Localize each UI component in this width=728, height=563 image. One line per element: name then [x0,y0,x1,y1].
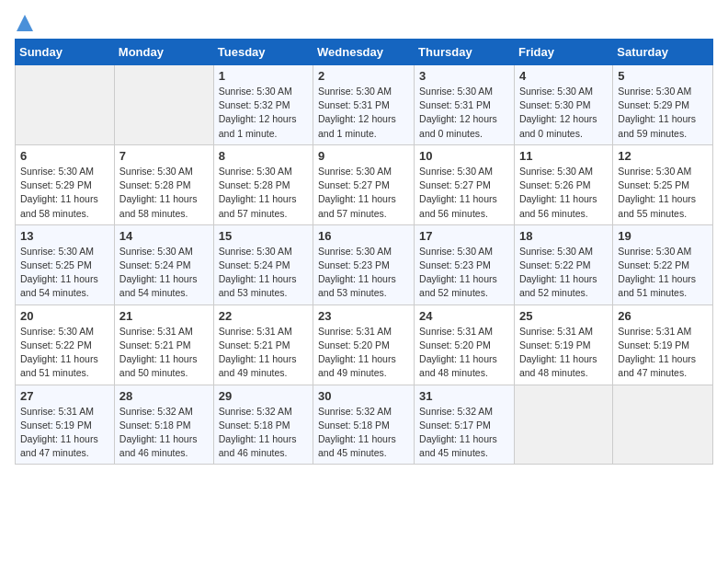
day-number: 21 [119,309,209,323]
day-number: 26 [618,309,708,323]
day-detail: Sunrise: 5:31 AM Sunset: 5:19 PM Dayligh… [20,405,109,461]
day-number: 19 [618,229,708,243]
day-number: 29 [219,389,308,403]
day-detail: Sunrise: 5:32 AM Sunset: 5:17 PM Dayligh… [419,405,509,461]
day-number: 7 [119,149,209,163]
day-number: 11 [519,149,608,163]
day-number: 12 [618,149,708,163]
day-detail: Sunrise: 5:30 AM Sunset: 5:25 PM Dayligh… [618,165,708,221]
calendar-cell: 31Sunrise: 5:32 AM Sunset: 5:17 PM Dayli… [415,385,515,465]
calendar-cell: 28Sunrise: 5:32 AM Sunset: 5:18 PM Dayli… [114,385,213,465]
calendar-cell: 20Sunrise: 5:30 AM Sunset: 5:22 PM Dayli… [16,304,115,385]
calendar-cell: 8Sunrise: 5:30 AM Sunset: 5:28 PM Daylig… [213,144,313,224]
day-number: 4 [519,69,608,83]
calendar-cell: 7Sunrise: 5:30 AM Sunset: 5:28 PM Daylig… [114,144,213,224]
day-number: 9 [318,149,409,163]
day-detail: Sunrise: 5:31 AM Sunset: 5:20 PM Dayligh… [318,325,409,381]
calendar-cell: 1Sunrise: 5:30 AM Sunset: 5:32 PM Daylig… [213,65,313,145]
calendar-cell: 10Sunrise: 5:30 AM Sunset: 5:27 PM Dayli… [415,144,515,224]
day-number: 28 [119,389,209,403]
day-number: 27 [20,389,109,403]
day-number: 20 [20,309,109,323]
weekday-header-thursday: Thursday [415,40,515,65]
day-number: 13 [20,229,109,243]
calendar-week-row: 27Sunrise: 5:31 AM Sunset: 5:19 PM Dayli… [16,385,713,465]
day-number: 1 [219,69,308,83]
day-number: 17 [419,229,509,243]
calendar-cell [114,65,213,145]
calendar-week-row: 6Sunrise: 5:30 AM Sunset: 5:29 PM Daylig… [16,144,713,224]
day-number: 15 [219,229,308,243]
day-number: 25 [519,309,608,323]
day-number: 8 [219,149,308,163]
calendar-cell: 11Sunrise: 5:30 AM Sunset: 5:26 PM Dayli… [514,144,612,224]
day-number: 2 [318,69,409,83]
weekday-header-monday: Monday [114,40,213,65]
calendar-header-row: SundayMondayTuesdayWednesdayThursdayFrid… [16,40,713,65]
calendar-cell: 15Sunrise: 5:30 AM Sunset: 5:24 PM Dayli… [213,224,313,304]
day-detail: Sunrise: 5:32 AM Sunset: 5:18 PM Dayligh… [119,405,209,461]
weekday-header-wednesday: Wednesday [313,40,415,65]
day-number: 23 [318,309,409,323]
day-detail: Sunrise: 5:30 AM Sunset: 5:27 PM Dayligh… [419,165,509,221]
calendar-cell: 27Sunrise: 5:31 AM Sunset: 5:19 PM Dayli… [16,385,115,465]
day-number: 24 [419,309,509,323]
page-header [15,15,713,31]
day-detail: Sunrise: 5:30 AM Sunset: 5:28 PM Dayligh… [119,165,209,221]
calendar-cell: 5Sunrise: 5:30 AM Sunset: 5:29 PM Daylig… [613,65,713,145]
day-detail: Sunrise: 5:30 AM Sunset: 5:22 PM Dayligh… [618,245,708,301]
day-number: 5 [618,69,708,83]
day-detail: Sunrise: 5:30 AM Sunset: 5:29 PM Dayligh… [618,85,708,141]
calendar-cell [613,385,713,465]
day-detail: Sunrise: 5:32 AM Sunset: 5:18 PM Dayligh… [219,405,308,461]
day-detail: Sunrise: 5:30 AM Sunset: 5:29 PM Dayligh… [20,165,109,221]
calendar-cell: 18Sunrise: 5:30 AM Sunset: 5:22 PM Dayli… [514,224,612,304]
calendar-week-row: 1Sunrise: 5:30 AM Sunset: 5:32 PM Daylig… [16,65,713,145]
calendar-cell [16,65,115,145]
calendar-cell: 25Sunrise: 5:31 AM Sunset: 5:19 PM Dayli… [514,304,612,385]
day-number: 30 [318,389,409,403]
day-number: 10 [419,149,509,163]
weekday-header-friday: Friday [514,40,612,65]
calendar-week-row: 13Sunrise: 5:30 AM Sunset: 5:25 PM Dayli… [16,224,713,304]
day-detail: Sunrise: 5:31 AM Sunset: 5:21 PM Dayligh… [119,325,209,381]
calendar-cell: 9Sunrise: 5:30 AM Sunset: 5:27 PM Daylig… [313,144,415,224]
day-number: 16 [318,229,409,243]
calendar-cell: 23Sunrise: 5:31 AM Sunset: 5:20 PM Dayli… [313,304,415,385]
calendar-cell: 24Sunrise: 5:31 AM Sunset: 5:20 PM Dayli… [415,304,515,385]
day-number: 6 [20,149,109,163]
calendar-cell: 26Sunrise: 5:31 AM Sunset: 5:19 PM Dayli… [613,304,713,385]
svg-marker-0 [17,15,33,31]
calendar-cell [514,385,612,465]
weekday-header-saturday: Saturday [613,40,713,65]
day-detail: Sunrise: 5:30 AM Sunset: 5:23 PM Dayligh… [318,245,409,301]
day-detail: Sunrise: 5:30 AM Sunset: 5:25 PM Dayligh… [20,245,109,301]
day-detail: Sunrise: 5:31 AM Sunset: 5:19 PM Dayligh… [519,325,608,381]
calendar-cell: 4Sunrise: 5:30 AM Sunset: 5:30 PM Daylig… [514,65,612,145]
day-detail: Sunrise: 5:31 AM Sunset: 5:21 PM Dayligh… [219,325,308,381]
calendar-cell: 19Sunrise: 5:30 AM Sunset: 5:22 PM Dayli… [613,224,713,304]
day-detail: Sunrise: 5:32 AM Sunset: 5:18 PM Dayligh… [318,405,409,461]
day-detail: Sunrise: 5:30 AM Sunset: 5:28 PM Dayligh… [219,165,308,221]
day-detail: Sunrise: 5:30 AM Sunset: 5:32 PM Dayligh… [219,85,308,141]
logo [15,15,33,31]
day-detail: Sunrise: 5:31 AM Sunset: 5:20 PM Dayligh… [419,325,509,381]
day-detail: Sunrise: 5:30 AM Sunset: 5:30 PM Dayligh… [519,85,608,141]
day-detail: Sunrise: 5:30 AM Sunset: 5:31 PM Dayligh… [318,85,409,141]
calendar-table: SundayMondayTuesdayWednesdayThursdayFrid… [15,39,713,465]
calendar-cell: 16Sunrise: 5:30 AM Sunset: 5:23 PM Dayli… [313,224,415,304]
day-detail: Sunrise: 5:30 AM Sunset: 5:23 PM Dayligh… [419,245,509,301]
day-detail: Sunrise: 5:30 AM Sunset: 5:24 PM Dayligh… [219,245,308,301]
day-detail: Sunrise: 5:30 AM Sunset: 5:31 PM Dayligh… [419,85,509,141]
calendar-cell: 21Sunrise: 5:31 AM Sunset: 5:21 PM Dayli… [114,304,213,385]
day-number: 3 [419,69,509,83]
day-detail: Sunrise: 5:30 AM Sunset: 5:22 PM Dayligh… [519,245,608,301]
calendar-cell: 13Sunrise: 5:30 AM Sunset: 5:25 PM Dayli… [16,224,115,304]
calendar-cell: 17Sunrise: 5:30 AM Sunset: 5:23 PM Dayli… [415,224,515,304]
day-detail: Sunrise: 5:30 AM Sunset: 5:24 PM Dayligh… [119,245,209,301]
calendar-cell: 30Sunrise: 5:32 AM Sunset: 5:18 PM Dayli… [313,385,415,465]
calendar-cell: 6Sunrise: 5:30 AM Sunset: 5:29 PM Daylig… [16,144,115,224]
day-number: 14 [119,229,209,243]
calendar-cell: 12Sunrise: 5:30 AM Sunset: 5:25 PM Dayli… [613,144,713,224]
calendar-cell: 29Sunrise: 5:32 AM Sunset: 5:18 PM Dayli… [213,385,313,465]
